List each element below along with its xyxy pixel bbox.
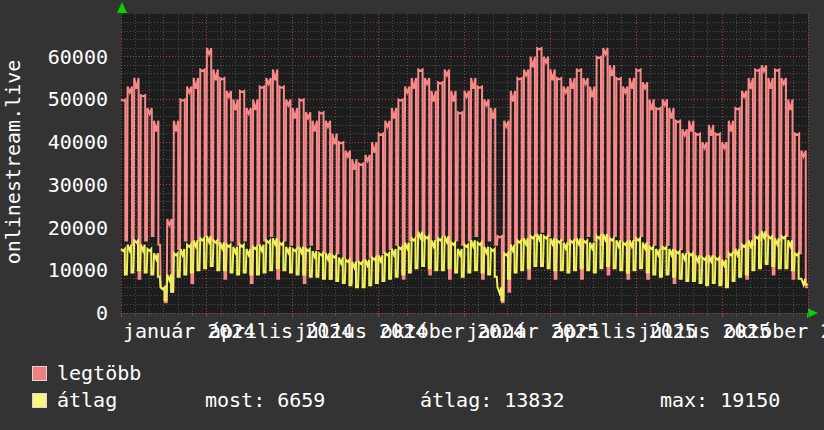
plot-area — [121, 14, 808, 313]
x-axis-labels: január 2024április 2024július 2024októbe… — [0, 0, 824, 30]
y-axis-tick-label: 10000 — [0, 260, 108, 280]
y-axis-tick-label: 20000 — [0, 218, 108, 238]
atlag-swatch — [32, 393, 47, 408]
y-axis-tick-label: 30000 — [0, 175, 108, 195]
stat-max: max: 19150 — [660, 389, 780, 411]
y-axis-tick-label: 40000 — [0, 132, 108, 152]
x-axis-arrow-icon — [807, 308, 818, 318]
legend-label-atlag: átlag — [57, 389, 117, 411]
stat-atlag: átlag: 13832 — [420, 389, 565, 411]
chart-canvas — [121, 14, 808, 319]
legend-label-legtobb: legtöbb — [57, 362, 141, 384]
stat-most: most: 6659 — [205, 389, 325, 411]
y-axis-tick-label: 50000 — [0, 89, 108, 109]
y-axis-tick-label: 60000 — [0, 47, 108, 67]
legtobb-swatch — [32, 366, 47, 381]
y-axis-tick-label: 0 — [0, 303, 108, 323]
y-axis-labels: 0100002000030000400005000060000 — [0, 0, 108, 340]
rrd-graph: onlinestream.live 0100002000030000400005… — [0, 0, 824, 430]
x-axis-tick-label: október 2025 — [724, 320, 824, 342]
